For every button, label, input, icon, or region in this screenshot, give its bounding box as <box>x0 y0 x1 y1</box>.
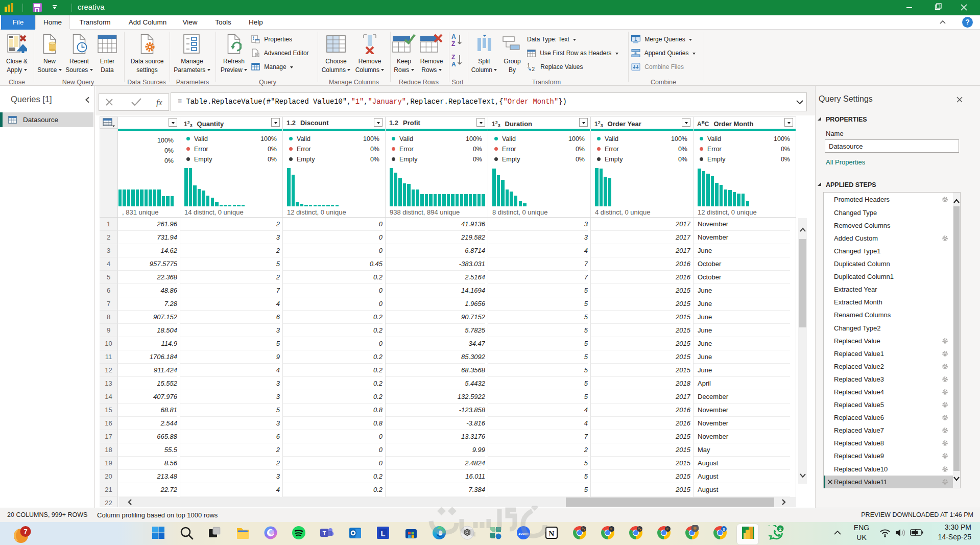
svg-text:L: L <box>380 529 385 538</box>
svg-text:7: 7 <box>23 528 27 535</box>
svg-text:T: T <box>323 530 326 536</box>
svg-text:A: A <box>451 61 456 68</box>
svg-text:1: 1 <box>527 63 530 68</box>
svg-text:fx: fx <box>156 98 162 107</box>
svg-text:2: 2 <box>532 66 535 71</box>
svg-text:S: S <box>723 527 725 532</box>
svg-text:A: A <box>451 33 456 40</box>
svg-text:Z: Z <box>451 54 455 61</box>
svg-text:Z: Z <box>451 40 455 48</box>
svg-text:2: 2 <box>779 526 781 532</box>
